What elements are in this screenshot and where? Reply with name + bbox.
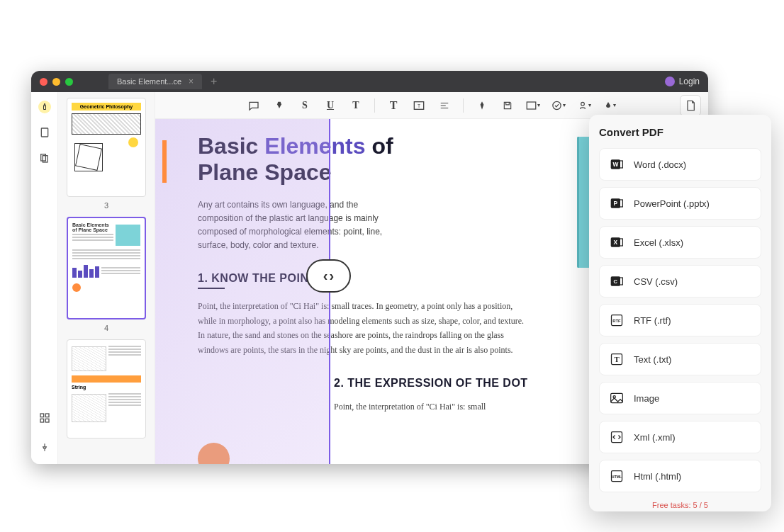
svg-rect-0 (41, 128, 47, 137)
svg-text:C: C (614, 278, 618, 285)
convert-pdf-panel: Convert PDF W Word (.docx) P PowerPoint … (589, 115, 771, 511)
convert-option-text[interactable]: T Text (.txt) (599, 343, 761, 375)
minimize-window-icon[interactable] (52, 78, 60, 86)
chevron-right-icon: › (330, 268, 335, 284)
page-title: Basic Elements of Plane Space (198, 133, 396, 186)
convert-option-word[interactable]: W Word (.docx) (599, 148, 761, 181)
maximize-window-icon[interactable] (65, 78, 73, 86)
thumb-number-3: 3 (67, 201, 146, 210)
panel-title: Convert PDF (599, 126, 761, 138)
left-rail (31, 92, 58, 464)
highlighter-icon[interactable] (272, 98, 286, 113)
svg-rect-12 (527, 102, 536, 109)
xml-icon (610, 430, 624, 444)
login-label: Login (679, 77, 700, 86)
image-icon (610, 391, 624, 405)
accent-bar (162, 140, 167, 183)
close-tab-icon[interactable]: × (189, 77, 194, 86)
csv-icon: C (610, 274, 624, 288)
window-controls (40, 78, 73, 86)
strikethrough-icon[interactable]: S (298, 98, 312, 113)
align-tool-icon[interactable] (437, 98, 452, 113)
svg-text:RTF: RTF (612, 319, 621, 323)
option-label: Excel (.xlsx) (634, 237, 683, 248)
page-tool-icon[interactable] (38, 126, 51, 139)
convert-option-powerpoint[interactable]: P PowerPoint (.pptx) (599, 187, 761, 220)
close-window-icon[interactable] (40, 78, 47, 86)
thumb-title: String (72, 385, 141, 390)
body-paragraph-2: Point, the interpretation of "Ci Hai" is… (334, 400, 532, 414)
separator (374, 98, 375, 113)
thumbnail-page-4[interactable]: Basic Elements of Plane Space (67, 217, 146, 319)
option-label: PowerPoint (.pptx) (634, 198, 710, 209)
pen-tool-icon[interactable] (475, 98, 489, 113)
convert-option-csv[interactable]: C CSV (.csv) (599, 265, 761, 298)
pages-tool-icon[interactable] (38, 152, 51, 164)
svg-text:T: T (418, 103, 420, 108)
svg-rect-31 (611, 393, 623, 402)
svg-point-14 (581, 102, 584, 106)
convert-options-list: W Word (.docx) P PowerPoint (.pptx) X Ex… (599, 148, 761, 492)
titlebar: Basic Element...ce × + Login (31, 71, 708, 92)
signature-tool-icon[interactable]: ▾ (577, 98, 591, 113)
thumbnails-panel: Geometric Philosophy 3 Basic Element (58, 92, 155, 464)
html-icon: HTML (610, 469, 624, 483)
login-button[interactable]: Login (665, 77, 700, 86)
convert-option-excel[interactable]: X Excel (.xlsx) (599, 226, 761, 259)
thumb-number-4: 4 (67, 324, 146, 332)
option-label: CSV (.csv) (634, 276, 678, 287)
convert-option-image[interactable]: Image (599, 382, 761, 414)
avatar-icon (665, 77, 675, 86)
option-label: Html (.html) (634, 471, 681, 482)
option-label: Image (634, 393, 659, 404)
excel-icon: X (610, 235, 624, 249)
document-tab[interactable]: Basic Element...ce × (108, 74, 202, 89)
svg-text:X: X (614, 239, 618, 246)
underline-icon[interactable]: U (323, 98, 337, 113)
pin-tool-icon[interactable] (38, 441, 51, 454)
text-icon: T (610, 352, 624, 366)
free-tasks-counter: Free tasks: 5 / 5 (599, 501, 761, 509)
powerpoint-icon: P (610, 196, 624, 210)
svg-rect-3 (40, 414, 44, 417)
svg-text:W: W (612, 161, 618, 168)
convert-button[interactable] (680, 95, 701, 116)
convert-option-html[interactable]: HTML Html (.html) (599, 460, 761, 492)
decorative-circle (198, 443, 230, 464)
save-tool-icon[interactable] (500, 98, 515, 113)
svg-rect-5 (40, 419, 44, 422)
insert-tool-icon[interactable]: ▾ (526, 98, 540, 113)
svg-text:T: T (614, 355, 620, 363)
option-label: Word (.docx) (634, 159, 686, 170)
svg-text:P: P (614, 200, 618, 207)
thumb-title: Basic Elements of Plane Space (72, 222, 113, 232)
add-tab-button[interactable]: + (211, 75, 217, 88)
option-label: Xml (.xml) (634, 432, 676, 443)
redact-tool-icon[interactable]: ▾ (551, 98, 566, 113)
rtf-icon: RTF (610, 313, 624, 327)
convert-option-rtf[interactable]: RTF RTF (.rtf) (599, 304, 761, 336)
text-tool-icon[interactable]: T (349, 98, 363, 113)
chevron-left-icon: ‹ (323, 268, 328, 284)
grid-tool-icon[interactable] (38, 412, 51, 424)
separator (463, 98, 464, 113)
svg-text:HTML: HTML (612, 475, 622, 479)
svg-point-13 (553, 101, 561, 109)
convert-option-xml[interactable]: Xml (.xml) (599, 421, 761, 453)
svg-rect-4 (45, 414, 49, 417)
thumb-title: Geometric Philosophy (72, 103, 141, 111)
compare-slider-handle[interactable]: ‹ › (306, 259, 351, 293)
highlighter-tool-icon[interactable] (38, 101, 51, 113)
font-tool-icon[interactable]: T (386, 98, 401, 113)
textbox-tool-icon[interactable]: T (412, 98, 426, 113)
svg-rect-6 (45, 419, 49, 422)
thumbnail-page-5[interactable]: String (67, 339, 146, 438)
body-paragraph-1: Point, the interpretation of "Ci Hai" is… (198, 299, 531, 357)
tab-label: Basic Element...ce (117, 77, 181, 86)
word-icon: W (610, 157, 624, 171)
option-label: RTF (.rtf) (634, 315, 671, 326)
ink-tool-icon[interactable]: ▾ (603, 98, 617, 113)
thumbnail-page-3[interactable]: Geometric Philosophy (67, 98, 146, 197)
comment-tool-icon[interactable] (247, 98, 261, 113)
intro-paragraph: Any art contains its own language, and t… (198, 198, 386, 253)
